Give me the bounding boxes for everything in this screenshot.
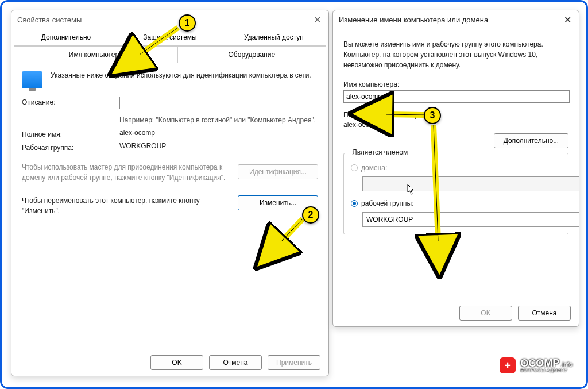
name-label: Имя компьютера: [343, 80, 568, 88]
rename-dialog: Изменение имени компьютера или домена ✕ … [332, 10, 579, 327]
domain-input [362, 176, 579, 191]
member-group: Является членом домена: рабочей группы: [343, 153, 568, 234]
fullname-value-right: alex-ocomp [343, 121, 568, 129]
rename-text: Чтобы переименовать этот компьютер, нажм… [22, 195, 230, 216]
tab-hardware[interactable]: Оборудование [178, 46, 326, 63]
description-hint: Например: "Компьютер в гостиной" или "Ко… [119, 115, 318, 125]
monitor-icon [22, 71, 42, 88]
marker-1: 1 [179, 14, 196, 32]
advanced-button[interactable]: Дополнительно... [494, 133, 568, 148]
marker-3: 3 [424, 107, 441, 124]
member-legend: Является членом [350, 148, 410, 156]
workgroup-value: WORKGROUP [119, 142, 318, 150]
domain-radio-row[interactable]: домена: [351, 164, 561, 172]
right-button-row: OK Отмена [459, 306, 571, 321]
title-text: Свойства системы [17, 16, 82, 24]
apply-button[interactable]: Применить [268, 355, 320, 370]
workgroup-label-right: рабочей группы: [361, 199, 413, 207]
description-input[interactable] [119, 97, 303, 109]
watermark: + OCOMP.info ВОПРОСЫ АДМИНУ [500, 357, 572, 373]
radio-domain[interactable] [351, 164, 358, 171]
plus-icon: + [500, 357, 516, 373]
titlebar-right: Изменение имени компьютера или домена ✕ [333, 10, 579, 29]
cancel-button-right[interactable]: Отмена [518, 306, 571, 321]
identify-button[interactable]: Идентификация... [238, 164, 318, 179]
tab-advanced[interactable]: Дополнительно [14, 29, 118, 45]
watermark-name: OCOMP.info [520, 358, 572, 368]
titlebar-left: Свойства системы ✕ [11, 10, 328, 29]
ok-button-right[interactable]: OK [459, 306, 512, 321]
ok-button[interactable]: OK [150, 355, 203, 370]
close-icon[interactable]: ✕ [559, 13, 575, 26]
workgroup-radio-row[interactable]: рабочей группы: [351, 199, 561, 207]
fullname-value: alex-ocomp [119, 129, 318, 137]
tab-remote[interactable]: Удаленный доступ [222, 29, 326, 45]
workgroup-input[interactable] [362, 212, 579, 227]
system-properties-dialog: Свойства системы ✕ Дополнительно Защита … [11, 10, 329, 376]
cursor-icon [407, 184, 415, 195]
domain-label: домена: [361, 164, 387, 172]
intro-text: Указанные ниже сведения используются для… [51, 70, 311, 80]
tab-system-protection[interactable]: Защита системы [118, 29, 222, 45]
marker-2: 2 [302, 206, 319, 224]
tabs-row-1: Дополнительно Защита системы Удаленный д… [14, 29, 326, 46]
right-content: Вы можете изменить имя и рабочую группу … [333, 29, 579, 241]
description-label: Описание: [22, 97, 119, 106]
tabs-row-2: Имя компьютера Оборудование [14, 46, 326, 63]
fullname-label-right: Полное имя компьютера: [343, 111, 568, 119]
title-text-right: Изменение имени компьютера или домена [339, 16, 488, 24]
cancel-button[interactable]: Отмена [209, 355, 262, 370]
left-button-row: OK Отмена Применить [150, 355, 320, 370]
fullname-label: Полное имя: [22, 129, 119, 138]
close-icon[interactable]: ✕ [309, 13, 325, 26]
left-content: Указанные ниже сведения используются для… [11, 63, 328, 223]
watermark-sub: ВОПРОСЫ АДМИНУ [520, 368, 572, 373]
workgroup-label: Рабочая группа: [22, 142, 119, 152]
tab-computer-name[interactable]: Имя компьютера [14, 46, 178, 63]
radio-workgroup[interactable] [351, 200, 358, 207]
wizard-text: Чтобы использовать мастер для присоедине… [22, 162, 230, 183]
computer-name-input[interactable] [343, 90, 570, 103]
right-intro: Вы можете изменить имя и рабочую группу … [343, 39, 568, 70]
